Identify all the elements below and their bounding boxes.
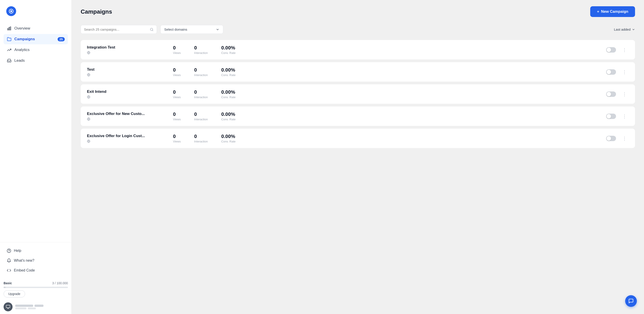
- stat-interaction-label: Interaction: [194, 73, 208, 77]
- bell-icon: [7, 258, 11, 263]
- campaign-actions: ⋮: [606, 113, 629, 120]
- campaign-domain: [87, 95, 168, 99]
- stat-interaction-value: 0: [194, 111, 197, 117]
- campaign-card: Integration Test 0 Views: [81, 40, 635, 59]
- campaign-stats: 0 Views 0 Interaction 0.00% Conv. Rate: [173, 134, 601, 143]
- sidebar-item-campaigns[interactable]: Campaigns 25: [4, 34, 68, 44]
- campaign-info: Exit Intend: [87, 89, 168, 99]
- sidebar-bottom-nav: Help What's new? Embed Code: [0, 242, 72, 278]
- stat-interaction: 0 Interaction: [194, 67, 208, 77]
- stat-views-value: 0: [173, 45, 176, 51]
- campaign-info: Test: [87, 67, 168, 76]
- main-header: Campaigns + New Campaign: [72, 0, 644, 21]
- campaign-domain: [87, 140, 168, 143]
- campaign-more-button[interactable]: ⋮: [620, 91, 629, 98]
- user-name-block2: [34, 305, 44, 307]
- campaign-toggle[interactable]: [606, 114, 616, 119]
- sidebar-campaigns-label: Campaigns: [14, 37, 35, 41]
- globe-icon: [87, 140, 90, 143]
- campaign-toggle[interactable]: [606, 47, 616, 53]
- domain-select[interactable]: Select domains: [160, 25, 223, 34]
- campaign-domain: [87, 51, 168, 54]
- avatar: [4, 302, 12, 311]
- stat-interaction-label: Interaction: [194, 118, 208, 121]
- sidebar-item-analytics[interactable]: Analytics: [4, 45, 68, 55]
- campaign-info: Exclusive Offer for New Custo...: [87, 112, 168, 121]
- bar-chart-icon: [7, 26, 12, 31]
- stat-conv-rate-label: Conv. Rate: [221, 118, 236, 121]
- stat-conv-rate: 0.00% Conv. Rate: [221, 134, 236, 143]
- search-input[interactable]: [84, 27, 148, 31]
- campaign-more-button[interactable]: ⋮: [620, 46, 629, 53]
- campaign-actions: ⋮: [606, 91, 629, 98]
- campaign-stats: 0 Views 0 Interaction 0.00% Conv. Rate: [173, 67, 601, 77]
- campaign-toggle[interactable]: [606, 69, 616, 75]
- stat-conv-rate-value: 0.00%: [221, 111, 235, 117]
- svg-line-11: [152, 30, 153, 31]
- user-sub-block1: [15, 308, 26, 309]
- campaign-toggle[interactable]: [606, 91, 616, 97]
- user-name-line: [15, 305, 44, 307]
- campaign-card: Test 0 Views 0: [81, 62, 635, 82]
- stat-views: 0 Views: [173, 134, 180, 143]
- stat-conv-rate-value: 0.00%: [221, 45, 235, 51]
- stat-conv-rate: 0.00% Conv. Rate: [221, 89, 236, 99]
- stat-interaction-label: Interaction: [194, 51, 208, 55]
- stat-interaction-value: 0: [194, 134, 197, 139]
- stat-views: 0 Views: [173, 111, 180, 121]
- campaigns-list-area: Select domains Last added Integrat: [72, 21, 644, 314]
- user-sub-line: [15, 308, 44, 309]
- campaign-more-button[interactable]: ⋮: [620, 68, 629, 76]
- stat-interaction-value: 0: [194, 67, 197, 73]
- sidebar-item-whats-new[interactable]: What's new?: [4, 256, 68, 265]
- plus-icon: +: [597, 9, 599, 14]
- plan-progress-bar: [4, 287, 68, 288]
- stat-views: 0 Views: [173, 89, 180, 99]
- stat-interaction: 0 Interaction: [194, 134, 208, 143]
- campaign-stats: 0 Views 0 Interaction 0.00% Conv. Rate: [173, 111, 601, 121]
- plan-count: 3 / 100.000: [52, 281, 68, 285]
- search-box[interactable]: [81, 25, 157, 34]
- stat-conv-rate: 0.00% Conv. Rate: [221, 111, 236, 121]
- stat-views: 0 Views: [173, 45, 180, 55]
- campaign-toggle[interactable]: [606, 136, 616, 141]
- campaign-card: Exclusive Offer for Login Cust... 0 View…: [81, 129, 635, 148]
- sidebar-item-leads[interactable]: Leads: [4, 55, 68, 66]
- svg-rect-4: [10, 27, 11, 30]
- help-circle-icon: [7, 248, 11, 253]
- campaign-domain: [87, 73, 168, 76]
- upgrade-button[interactable]: Upgrade: [4, 290, 25, 298]
- chat-button[interactable]: [625, 295, 637, 307]
- stat-interaction: 0 Interaction: [194, 45, 208, 55]
- svg-rect-3: [9, 27, 10, 30]
- campaign-name: Exit Intend: [87, 89, 168, 94]
- stat-conv-rate-label: Conv. Rate: [221, 73, 236, 77]
- sidebar-leads-label: Leads: [14, 58, 25, 63]
- sort-dropdown[interactable]: Last added: [614, 27, 635, 31]
- stat-views-label: Views: [173, 73, 180, 77]
- search-icon: [150, 28, 154, 31]
- globe-icon: [87, 117, 90, 121]
- campaign-name: Exclusive Offer for New Custo...: [87, 112, 168, 116]
- stat-interaction-label: Interaction: [194, 140, 208, 143]
- svg-rect-2: [8, 28, 8, 30]
- sidebar-item-help[interactable]: Help: [4, 246, 68, 255]
- stat-conv-rate: 0.00% Conv. Rate: [221, 67, 236, 77]
- code-icon: [7, 268, 11, 273]
- user-sub-block2: [28, 308, 36, 309]
- sidebar-nav: Overview Campaigns 25 Analytics: [0, 21, 72, 242]
- campaigns-container: Integration Test 0 Views: [81, 40, 635, 148]
- sidebar-item-overview[interactable]: Overview: [4, 23, 68, 33]
- plan-section: Basic 3 / 100.000 Upgrade: [0, 278, 72, 300]
- new-campaign-button[interactable]: + New Campaign: [590, 6, 635, 17]
- svg-rect-7: [6, 305, 10, 308]
- filters-row: Select domains Last added: [81, 21, 635, 35]
- campaign-more-button[interactable]: ⋮: [620, 135, 629, 142]
- user-name-block1: [15, 305, 33, 307]
- sidebar-item-embed-code[interactable]: Embed Code: [4, 266, 68, 275]
- stat-views-label: Views: [173, 96, 180, 99]
- trending-up-icon: [7, 47, 12, 52]
- campaign-more-button[interactable]: ⋮: [620, 113, 629, 120]
- campaign-stats: 0 Views 0 Interaction 0.00% Conv. Rate: [173, 45, 601, 55]
- plan-name: Basic: [4, 281, 12, 285]
